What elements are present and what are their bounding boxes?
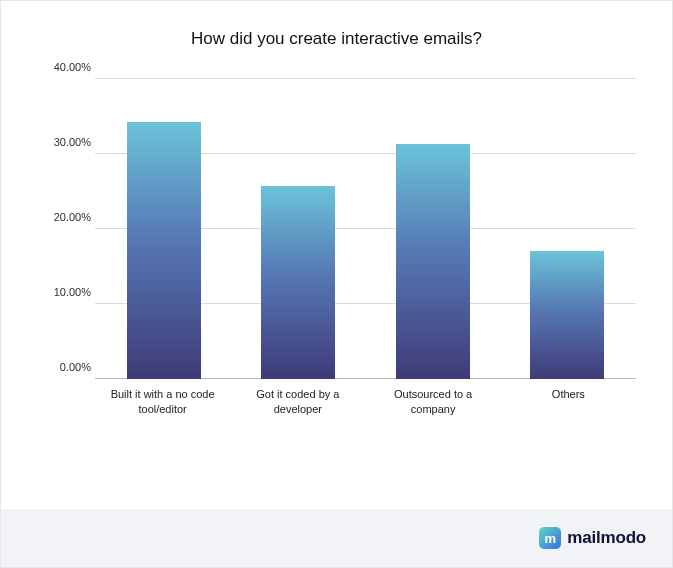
bar-slot [508,79,626,379]
y-tick-label: 0.00% [60,361,91,373]
bars-container [95,79,636,379]
x-tick-label: Outsourced to a company [374,387,493,417]
chart-card: How did you create interactive emails? 4… [0,0,673,568]
plot: 40.00% 30.00% 20.00% 10.00% 0.00% [37,79,636,499]
y-tick-label: 30.00% [54,136,91,148]
x-tick-label: Built it with a no code tool/editor [103,387,222,417]
brand-logo-glyph: m [545,531,557,546]
brand-logo: m mailmodo [539,527,646,549]
bar-slot [105,79,223,379]
brand-logo-text: mailmodo [567,528,646,548]
chart-area: How did you create interactive emails? 4… [1,1,672,509]
brand-logo-mark-icon: m [539,527,561,549]
chart-title: How did you create interactive emails? [37,29,636,49]
bar-slot [239,79,357,379]
x-labels: Built it with a no code tool/editor Got … [95,387,636,417]
plot-grid: 40.00% 30.00% 20.00% 10.00% 0.00% [95,79,636,379]
bar-slot [374,79,492,379]
y-tick-label: 40.00% [54,61,91,73]
bar [261,186,335,379]
y-tick-label: 20.00% [54,211,91,223]
y-tick-label: 10.00% [54,286,91,298]
x-tick-label: Others [509,387,628,417]
bar [530,251,604,379]
footer: m mailmodo [1,509,672,567]
bar [127,122,201,379]
bar [396,144,470,380]
x-tick-label: Got it coded by a developer [238,387,357,417]
